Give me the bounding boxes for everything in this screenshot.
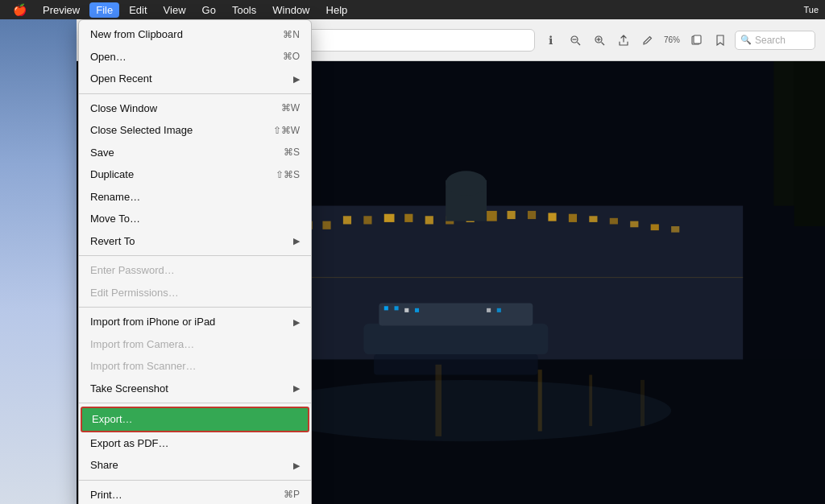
sidebar xyxy=(0,19,77,504)
menubar-help[interactable]: Help xyxy=(320,2,354,18)
menu-bar: 🍎 File Preview File Edit View Go Tools W… xyxy=(0,0,825,19)
menu-item-export-as-pdf[interactable]: Export as PDF… xyxy=(79,432,311,455)
menu-item-move-to[interactable]: Move To… xyxy=(79,208,311,230)
menu-item-close-selected-image[interactable]: Close Selected Image ⇧⌘W xyxy=(79,119,311,142)
submenu-arrow: ▶ xyxy=(293,459,300,473)
menu-item-label: Print… xyxy=(90,487,267,503)
svg-rect-38 xyxy=(610,218,618,225)
search-bar[interactable]: 🔍 Search xyxy=(735,31,815,50)
menubar-file[interactable]: File xyxy=(89,2,119,18)
menu-item-close-window[interactable]: Close Window ⌘W xyxy=(79,97,311,120)
menu-item-edit-permissions: Edit Permissions… xyxy=(79,282,311,304)
share-icon[interactable] xyxy=(614,31,633,50)
file-dropdown-menu: New from Clipboard ⌘N Open… ⌘O Open Rece… xyxy=(78,19,312,504)
svg-rect-33 xyxy=(507,211,515,219)
svg-rect-53 xyxy=(487,308,491,312)
menu-item-print[interactable]: Print… ⌘P xyxy=(79,484,311,505)
svg-rect-52 xyxy=(415,308,419,312)
shortcut: ⌘O xyxy=(283,49,300,64)
menubar-window[interactable]: Window xyxy=(266,2,316,18)
menu-item-label: Close Selected Image xyxy=(90,122,257,138)
svg-line-1 xyxy=(577,42,580,45)
svg-rect-36 xyxy=(569,214,577,222)
menu-item-label: Open Recent xyxy=(90,71,293,87)
shortcut: ⌘S xyxy=(284,145,300,159)
bookmark-icon[interactable] xyxy=(711,31,730,50)
pages-icon[interactable] xyxy=(686,31,706,50)
submenu-arrow: ▶ xyxy=(293,382,300,395)
menu-item-revert-to[interactable]: Revert To ▶ xyxy=(79,230,311,253)
menu-item-label: Move To… xyxy=(90,211,300,227)
svg-rect-58 xyxy=(538,370,542,431)
menubar-tools[interactable]: Tools xyxy=(226,2,263,18)
svg-rect-47 xyxy=(363,324,548,354)
info-icon[interactable]: ℹ xyxy=(541,31,561,50)
menu-item-open[interactable]: Open… ⌘O xyxy=(79,46,311,68)
svg-rect-25 xyxy=(343,216,351,224)
svg-rect-18 xyxy=(794,61,825,226)
menu-item-enter-password: Enter Password… xyxy=(79,259,311,282)
percent-display: 76% xyxy=(662,31,682,50)
menu-item-label: Share xyxy=(90,457,293,473)
menu-item-save[interactable]: Save ⌘S xyxy=(79,142,311,164)
menu-item-new-from-clipboard[interactable]: New from Clipboard ⌘N xyxy=(79,23,311,46)
svg-rect-34 xyxy=(528,211,536,219)
separator xyxy=(79,255,311,256)
menu-item-export[interactable]: Export… xyxy=(81,407,309,432)
menu-item-duplicate[interactable]: Duplicate ⇧⌘S xyxy=(79,163,311,186)
zoom-out-icon[interactable] xyxy=(566,31,585,50)
svg-rect-55 xyxy=(374,354,538,374)
search-icon: 🔍 xyxy=(740,35,752,45)
menu-item-label: Enter Password… xyxy=(90,262,300,279)
svg-line-4 xyxy=(601,42,604,45)
menu-item-label: Duplicate xyxy=(90,167,259,183)
svg-rect-29 xyxy=(425,216,433,224)
svg-rect-40 xyxy=(651,224,659,230)
menu-item-share[interactable]: Share ▶ xyxy=(79,454,311,477)
svg-rect-27 xyxy=(384,214,395,222)
menubar-app-name[interactable]: Preview xyxy=(36,2,86,18)
svg-rect-50 xyxy=(395,306,399,310)
svg-rect-59 xyxy=(589,375,592,427)
shortcut: ⌘N xyxy=(283,27,300,42)
svg-rect-37 xyxy=(589,216,597,222)
menu-item-label: Rename… xyxy=(90,189,300,205)
svg-rect-48 xyxy=(379,303,533,325)
apple-menu[interactable]: 🍎 xyxy=(6,3,33,16)
submenu-arrow: ▶ xyxy=(293,234,300,248)
menu-item-import-iphone-ipad[interactable]: Import from iPhone or iPad ▶ xyxy=(79,311,311,333)
menu-item-label: Export… xyxy=(92,411,298,428)
svg-rect-32 xyxy=(487,211,497,221)
svg-rect-51 xyxy=(404,308,408,312)
separator xyxy=(79,403,311,403)
submenu-arrow: ▶ xyxy=(293,72,300,86)
zoom-in-icon[interactable] xyxy=(590,31,609,50)
svg-rect-57 xyxy=(435,365,442,436)
svg-rect-8 xyxy=(694,35,701,43)
shortcut: ⌘W xyxy=(281,101,300,115)
menubar-view[interactable]: View xyxy=(157,2,193,18)
menu-item-label: Import from Camera… xyxy=(90,337,300,353)
svg-rect-28 xyxy=(404,214,412,222)
menubar-edit[interactable]: Edit xyxy=(122,2,153,18)
edit-icon[interactable] xyxy=(638,31,657,50)
menu-item-label: Save xyxy=(90,145,267,161)
menu-item-take-screenshot[interactable]: Take Screenshot ▶ xyxy=(79,378,311,400)
separator xyxy=(79,480,311,481)
menu-item-open-recent[interactable]: Open Recent ▶ xyxy=(79,68,311,90)
menu-item-label: Close Window xyxy=(90,101,265,117)
svg-rect-24 xyxy=(322,221,330,229)
menubar-go[interactable]: Go xyxy=(196,2,222,18)
svg-rect-49 xyxy=(384,306,388,310)
menu-item-rename[interactable]: Rename… xyxy=(79,186,311,209)
submenu-arrow: ▶ xyxy=(293,316,300,329)
menubar-time: Tue xyxy=(803,5,819,14)
menubar-right-items: Tue xyxy=(803,5,819,14)
shortcut: ⌘P xyxy=(284,487,300,502)
svg-point-43 xyxy=(446,171,487,196)
svg-rect-60 xyxy=(641,380,645,426)
svg-rect-17 xyxy=(773,61,794,206)
menu-item-label: Import from iPhone or iPad xyxy=(90,314,293,330)
toolbar-icons: ℹ 76% xyxy=(541,31,815,50)
menu-item-label: Edit Permissions… xyxy=(90,285,300,301)
